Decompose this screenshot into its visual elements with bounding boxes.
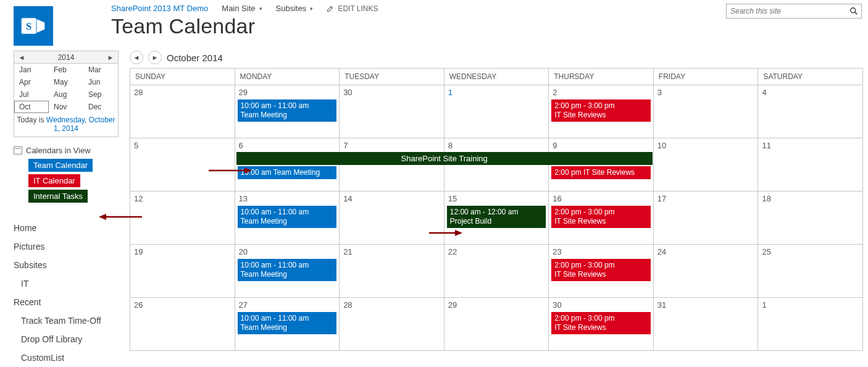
calendar-day-cell[interactable]: 21 (340, 245, 444, 298)
mini-cal-month[interactable]: Oct (14, 101, 49, 113)
calendar-event[interactable]: 2:00 pm - 3:00 pmIT Site Reviews (551, 312, 651, 334)
search-input[interactable] (727, 7, 846, 15)
calendar-day-cell[interactable]: 19 (130, 245, 235, 298)
day-number[interactable]: 25 (762, 247, 770, 256)
day-number[interactable]: 15 (448, 194, 457, 203)
day-number[interactable]: 31 (657, 300, 666, 310)
calendar-day-cell[interactable]: 162:00 pm - 3:00 pmIT Site Reviews (549, 192, 654, 245)
day-number[interactable]: 11 (762, 141, 770, 150)
day-number[interactable]: 2 (553, 88, 557, 97)
day-number[interactable]: 1 (448, 88, 453, 97)
calendar-day-cell[interactable]: 31 (654, 298, 759, 351)
calendar-event[interactable]: 10:00 am - 11:00 amTeam Meeting (238, 99, 337, 122)
calendar-day-cell[interactable]: 610:00 am Team Meeting (235, 138, 340, 192)
calendar-day-cell[interactable]: 24 (654, 245, 759, 298)
calendar-event[interactable]: 10:00 am Team Meeting (238, 166, 337, 179)
bc-subsites[interactable]: Subsites▾ (276, 4, 314, 13)
mini-cal-month[interactable]: Apr (14, 76, 49, 88)
calendar-span-event[interactable]: SharePoint Site Training (236, 152, 653, 165)
day-number[interactable]: 22 (448, 247, 457, 256)
calendar-day-cell[interactable]: 12 (130, 192, 235, 245)
calendar-event[interactable]: 2:00 pm IT Site Reviews (551, 166, 651, 179)
day-number[interactable]: 30 (553, 300, 561, 310)
calendar-day-cell[interactable]: 14 (340, 192, 444, 245)
calendar-day-cell[interactable]: 22 (444, 245, 549, 298)
day-number[interactable]: 8 (448, 141, 453, 150)
mini-cal-year[interactable]: 2014 (58, 53, 75, 62)
day-number[interactable]: 6 (239, 141, 243, 150)
nav-item[interactable]: Track Team Time-Off (14, 311, 123, 330)
calendar-day-cell[interactable]: 1 (444, 85, 549, 138)
day-number[interactable]: 5 (134, 141, 138, 150)
calendar-day-cell[interactable]: 1 (758, 298, 863, 351)
mini-cal-next[interactable]: ► (106, 54, 115, 61)
day-number[interactable]: 29 (448, 300, 457, 310)
search-button[interactable] (846, 4, 861, 18)
calendar-day-cell[interactable]: 3 (654, 85, 759, 138)
calendar-day-cell[interactable]: 17 (654, 192, 759, 245)
nav-item[interactable]: Home (14, 219, 123, 237)
day-number[interactable]: 28 (343, 300, 352, 310)
day-number[interactable]: 9 (553, 141, 557, 150)
cal-next-button[interactable]: ► (148, 51, 162, 64)
day-number[interactable]: 14 (343, 194, 352, 203)
calendar-day-cell[interactable]: 22:00 pm - 3:00 pmIT Site Reviews (549, 85, 654, 138)
day-number[interactable]: 17 (657, 194, 666, 203)
calendar-day-cell[interactable]: 26 (130, 298, 235, 351)
calendar-day-cell[interactable]: 10 (654, 138, 759, 192)
calendar-toggle[interactable]: IT Calendar (28, 174, 80, 187)
day-number[interactable]: 29 (239, 88, 248, 97)
day-number[interactable]: 27 (239, 300, 248, 310)
calendar-event[interactable]: 10:00 am - 11:00 amTeam Meeting (238, 259, 337, 281)
nav-item[interactable]: IT (14, 274, 123, 293)
day-number[interactable]: 3 (657, 88, 662, 97)
day-number[interactable]: 10 (657, 141, 666, 150)
mini-cal-month[interactable]: Feb (49, 64, 83, 76)
nav-item[interactable]: CustomList (14, 348, 123, 367)
mini-cal-month[interactable]: Jul (14, 88, 49, 101)
calendar-day-cell[interactable]: 29 (444, 298, 549, 351)
mini-cal-month[interactable]: May (49, 76, 83, 88)
mini-cal-month[interactable]: Sep (83, 88, 118, 101)
day-number[interactable]: 12 (134, 194, 143, 203)
mini-cal-month[interactable]: Mar (83, 64, 118, 76)
day-number[interactable]: 13 (239, 194, 248, 203)
bc-main-site[interactable]: Main Site▾ (222, 4, 262, 13)
day-number[interactable]: 26 (134, 300, 143, 310)
calendar-event[interactable]: 10:00 am - 11:00 amTeam Meeting (238, 312, 337, 334)
calendar-event[interactable]: 12:00 am - 12:00 amProject Build (447, 206, 546, 228)
edit-links-button[interactable]: EDIT LINKS (327, 4, 378, 13)
day-number[interactable]: 21 (343, 247, 352, 256)
calendar-day-cell[interactable]: 5 (130, 138, 235, 192)
calendar-day-cell[interactable]: 232:00 pm - 3:00 pmIT Site Reviews (549, 245, 654, 298)
mini-cal-month[interactable]: Nov (49, 101, 83, 113)
sharepoint-logo[interactable]: S (14, 6, 53, 46)
calendar-day-cell[interactable]: 28 (130, 85, 235, 138)
calendar-day-cell[interactable]: 2710:00 am - 11:00 amTeam Meeting (235, 298, 340, 351)
calendar-day-cell[interactable]: 4 (758, 85, 863, 138)
calendar-day-cell[interactable]: 7 (340, 138, 444, 192)
calendar-day-cell[interactable]: 8 (444, 138, 549, 192)
calendar-day-cell[interactable]: 2010:00 am - 11:00 amTeam Meeting (235, 245, 340, 298)
calendar-event[interactable]: 10:00 am - 11:00 amTeam Meeting (238, 206, 337, 228)
calendar-day-cell[interactable]: 30 (340, 85, 444, 138)
calendar-toggle[interactable]: Internal Tasks (28, 190, 88, 203)
day-number[interactable]: 23 (553, 247, 561, 256)
calendar-day-cell[interactable]: 92:00 pm IT Site Reviews (549, 138, 654, 192)
calendar-event[interactable]: 2:00 pm - 3:00 pmIT Site Reviews (551, 259, 651, 281)
mini-cal-month[interactable]: Dec (83, 101, 118, 113)
day-number[interactable]: 4 (762, 88, 766, 97)
nav-item[interactable]: Pictures (14, 237, 123, 256)
calendar-event[interactable]: 2:00 pm - 3:00 pmIT Site Reviews (551, 206, 651, 228)
calendar-day-cell[interactable]: 1512:00 am - 12:00 amProject Build (444, 192, 549, 245)
calendar-toggle[interactable]: Team Calendar (28, 159, 93, 172)
mini-cal-month[interactable]: Aug (49, 88, 83, 101)
calendar-day-cell[interactable]: 11 (758, 138, 863, 192)
calendar-day-cell[interactable]: 1310:00 am - 11:00 amTeam Meeting (235, 192, 340, 245)
mini-cal-month[interactable]: Jun (83, 76, 118, 88)
day-number[interactable]: 24 (657, 247, 666, 256)
nav-item[interactable]: Drop Off Library (14, 330, 123, 348)
nav-item[interactable]: Subsites (14, 256, 123, 274)
mini-cal-prev[interactable]: ◄ (17, 54, 27, 61)
calendar-day-cell[interactable]: 302:00 pm - 3:00 pmIT Site Reviews (549, 298, 654, 351)
